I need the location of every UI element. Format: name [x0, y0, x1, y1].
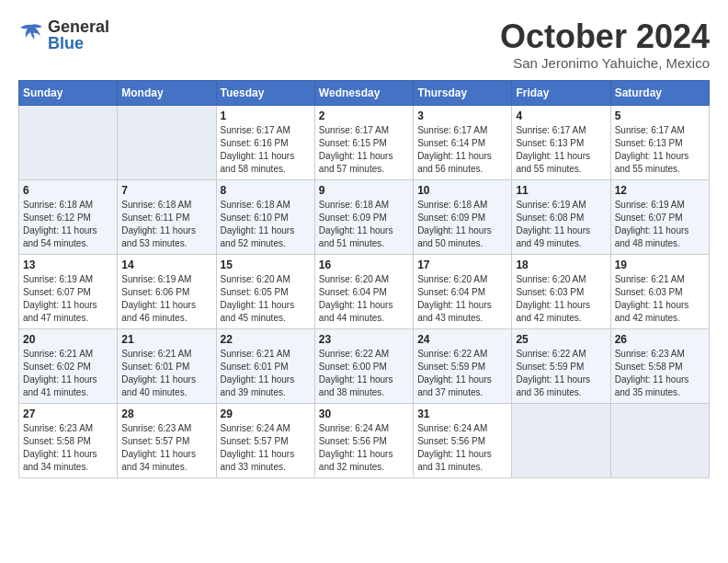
calendar-cell: 21Sunrise: 6:21 AM Sunset: 6:01 PM Dayli…: [118, 328, 216, 403]
day-number: 29: [221, 408, 311, 420]
logo-text-block: General Blue: [48, 18, 109, 52]
day-info: Sunrise: 6:18 AM Sunset: 6:11 PM Dayligh…: [121, 199, 211, 250]
day-info: Sunrise: 6:22 AM Sunset: 5:59 PM Dayligh…: [516, 348, 606, 399]
month-title: October 2024: [500, 18, 710, 55]
day-number: 14: [121, 259, 211, 271]
logo-general: General: [48, 18, 109, 35]
calendar-cell: 19Sunrise: 6:21 AM Sunset: 6:03 PM Dayli…: [610, 254, 709, 328]
day-info: Sunrise: 6:23 AM Sunset: 5:57 PM Dayligh…: [121, 422, 211, 474]
day-number: 28: [121, 408, 211, 420]
day-number: 9: [319, 184, 409, 197]
day-number: 10: [417, 184, 507, 197]
day-number: 11: [516, 184, 606, 197]
day-info: Sunrise: 6:17 AM Sunset: 6:13 PM Dayligh…: [516, 124, 606, 176]
day-info: Sunrise: 6:23 AM Sunset: 5:58 PM Dayligh…: [23, 422, 113, 474]
page-header: General Blue October 2024 San Jeronimo Y…: [18, 18, 710, 71]
calendar-cell: 2Sunrise: 6:17 AM Sunset: 6:15 PM Daylig…: [314, 105, 413, 179]
calendar-cell: [118, 105, 216, 179]
day-number: 30: [319, 408, 409, 420]
calendar-cell: 18Sunrise: 6:20 AM Sunset: 6:03 PM Dayli…: [512, 254, 610, 328]
day-number: 24: [417, 333, 507, 346]
day-number: 31: [417, 408, 507, 420]
calendar-cell: 8Sunrise: 6:18 AM Sunset: 6:10 PM Daylig…: [216, 179, 314, 254]
weekday-header: Friday: [512, 80, 610, 105]
logo-icon: [18, 23, 44, 47]
logo-blue: Blue: [48, 35, 109, 52]
calendar-header-row: SundayMondayTuesdayWednesdayThursdayFrid…: [19, 80, 710, 105]
calendar-week-row: 27Sunrise: 6:23 AM Sunset: 5:58 PM Dayli…: [19, 403, 710, 477]
day-number: 21: [121, 333, 211, 346]
day-number: 12: [615, 184, 705, 197]
day-number: 19: [615, 259, 705, 271]
calendar-cell: 26Sunrise: 6:23 AM Sunset: 5:58 PM Dayli…: [610, 328, 709, 403]
day-info: Sunrise: 6:24 AM Sunset: 5:56 PM Dayligh…: [417, 422, 507, 474]
day-number: 2: [319, 109, 409, 122]
calendar-cell: 1Sunrise: 6:17 AM Sunset: 6:16 PM Daylig…: [216, 105, 314, 179]
day-number: 1: [221, 109, 311, 122]
calendar-cell: 23Sunrise: 6:22 AM Sunset: 6:00 PM Dayli…: [314, 328, 413, 403]
weekday-header: Sunday: [19, 80, 118, 105]
day-info: Sunrise: 6:21 AM Sunset: 6:01 PM Dayligh…: [221, 348, 311, 399]
weekday-header: Saturday: [610, 80, 709, 105]
day-info: Sunrise: 6:17 AM Sunset: 6:14 PM Dayligh…: [417, 124, 507, 176]
calendar-week-row: 13Sunrise: 6:19 AM Sunset: 6:07 PM Dayli…: [19, 254, 710, 328]
day-info: Sunrise: 6:17 AM Sunset: 6:16 PM Dayligh…: [221, 124, 311, 176]
calendar-week-row: 6Sunrise: 6:18 AM Sunset: 6:12 PM Daylig…: [19, 179, 710, 254]
day-info: Sunrise: 6:18 AM Sunset: 6:10 PM Dayligh…: [221, 199, 311, 250]
day-info: Sunrise: 6:20 AM Sunset: 6:04 PM Dayligh…: [417, 273, 507, 325]
day-number: 5: [615, 109, 705, 122]
calendar-cell: 31Sunrise: 6:24 AM Sunset: 5:56 PM Dayli…: [414, 403, 512, 477]
day-number: 25: [516, 333, 606, 346]
day-number: 26: [615, 333, 705, 346]
day-info: Sunrise: 6:21 AM Sunset: 6:03 PM Dayligh…: [615, 273, 705, 325]
calendar-cell: [19, 105, 118, 179]
calendar-cell: 30Sunrise: 6:24 AM Sunset: 5:56 PM Dayli…: [314, 403, 413, 477]
calendar-cell: 13Sunrise: 6:19 AM Sunset: 6:07 PM Dayli…: [19, 254, 118, 328]
day-number: 15: [221, 259, 311, 271]
day-number: 8: [221, 184, 311, 197]
day-info: Sunrise: 6:20 AM Sunset: 6:03 PM Dayligh…: [516, 273, 606, 325]
calendar-cell: 3Sunrise: 6:17 AM Sunset: 6:14 PM Daylig…: [414, 105, 512, 179]
day-number: 27: [23, 408, 113, 420]
calendar-cell: [512, 403, 610, 477]
weekday-header: Monday: [118, 80, 216, 105]
calendar-cell: 22Sunrise: 6:21 AM Sunset: 6:01 PM Dayli…: [216, 328, 314, 403]
day-info: Sunrise: 6:18 AM Sunset: 6:09 PM Dayligh…: [417, 199, 507, 250]
day-info: Sunrise: 6:22 AM Sunset: 6:00 PM Dayligh…: [319, 348, 409, 399]
calendar-cell: 4Sunrise: 6:17 AM Sunset: 6:13 PM Daylig…: [512, 105, 610, 179]
calendar-cell: 6Sunrise: 6:18 AM Sunset: 6:12 PM Daylig…: [19, 179, 118, 254]
day-info: Sunrise: 6:19 AM Sunset: 6:06 PM Dayligh…: [121, 273, 211, 325]
calendar-cell: [610, 403, 709, 477]
weekday-header: Thursday: [414, 80, 512, 105]
day-info: Sunrise: 6:23 AM Sunset: 5:58 PM Dayligh…: [615, 348, 705, 399]
day-info: Sunrise: 6:24 AM Sunset: 5:56 PM Dayligh…: [319, 422, 409, 474]
calendar-cell: 9Sunrise: 6:18 AM Sunset: 6:09 PM Daylig…: [314, 179, 413, 254]
calendar-cell: 25Sunrise: 6:22 AM Sunset: 5:59 PM Dayli…: [512, 328, 610, 403]
day-number: 18: [516, 259, 606, 271]
day-info: Sunrise: 6:17 AM Sunset: 6:13 PM Dayligh…: [615, 124, 705, 176]
day-number: 4: [516, 109, 606, 122]
calendar-table: SundayMondayTuesdayWednesdayThursdayFrid…: [18, 80, 710, 478]
day-info: Sunrise: 6:22 AM Sunset: 5:59 PM Dayligh…: [417, 348, 507, 399]
calendar-cell: 28Sunrise: 6:23 AM Sunset: 5:57 PM Dayli…: [118, 403, 216, 477]
weekday-header: Tuesday: [216, 80, 314, 105]
calendar-cell: 27Sunrise: 6:23 AM Sunset: 5:58 PM Dayli…: [19, 403, 118, 477]
calendar-cell: 16Sunrise: 6:20 AM Sunset: 6:04 PM Dayli…: [314, 254, 413, 328]
calendar-cell: 20Sunrise: 6:21 AM Sunset: 6:02 PM Dayli…: [19, 328, 118, 403]
calendar-cell: 7Sunrise: 6:18 AM Sunset: 6:11 PM Daylig…: [118, 179, 216, 254]
day-number: 17: [417, 259, 507, 271]
day-info: Sunrise: 6:20 AM Sunset: 6:04 PM Dayligh…: [319, 273, 409, 325]
calendar-cell: 11Sunrise: 6:19 AM Sunset: 6:08 PM Dayli…: [512, 179, 610, 254]
day-number: 16: [319, 259, 409, 271]
day-number: 7: [121, 184, 211, 197]
calendar-cell: 24Sunrise: 6:22 AM Sunset: 5:59 PM Dayli…: [414, 328, 512, 403]
logo: General Blue: [18, 18, 109, 52]
day-info: Sunrise: 6:18 AM Sunset: 6:12 PM Dayligh…: [23, 199, 113, 250]
calendar-cell: 15Sunrise: 6:20 AM Sunset: 6:05 PM Dayli…: [216, 254, 314, 328]
day-number: 20: [23, 333, 113, 346]
calendar-cell: 17Sunrise: 6:20 AM Sunset: 6:04 PM Dayli…: [414, 254, 512, 328]
day-info: Sunrise: 6:24 AM Sunset: 5:57 PM Dayligh…: [221, 422, 311, 474]
calendar-cell: 12Sunrise: 6:19 AM Sunset: 6:07 PM Dayli…: [610, 179, 709, 254]
day-number: 22: [221, 333, 311, 346]
day-info: Sunrise: 6:19 AM Sunset: 6:08 PM Dayligh…: [516, 199, 606, 250]
